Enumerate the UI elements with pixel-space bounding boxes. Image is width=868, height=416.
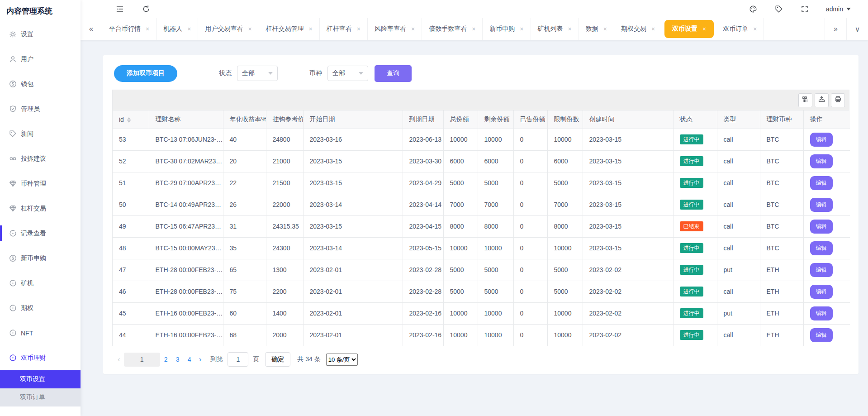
sidebar-item-label: 新闻 xyxy=(21,130,33,138)
sidebar-item-wallet[interactable]: 钱包 xyxy=(0,72,81,96)
tab-multiplier-lots[interactable]: 倍数手数查看× xyxy=(422,18,483,40)
close-icon[interactable]: × xyxy=(753,25,757,33)
tab-options-trade[interactable]: 期权交易× xyxy=(614,18,662,40)
caret-down-icon xyxy=(846,8,851,10)
edit-button[interactable]: 编辑 xyxy=(810,241,833,255)
tab-risk-rate[interactable]: 风险率查看× xyxy=(368,18,422,40)
cell-id: 53 xyxy=(113,129,149,150)
page-size-select[interactable]: 10 条/页 xyxy=(326,354,358,366)
cell-type: call xyxy=(717,129,760,150)
tab-new-coin[interactable]: 新币申购× xyxy=(483,18,531,40)
close-icon[interactable]: × xyxy=(603,25,607,33)
fullscreen-icon[interactable] xyxy=(800,5,809,14)
status-badge: 进行中 xyxy=(680,200,703,210)
page-3[interactable]: 3 xyxy=(172,353,184,367)
tab-platform-coin[interactable]: 平台币行情× xyxy=(102,18,157,40)
sidebar-item-miners[interactable]: 矿机 xyxy=(0,271,81,296)
sidebar-subitem-dual-orders[interactable]: 双币订单 xyxy=(0,388,81,406)
tabs-dropdown-icon[interactable]: ∨ xyxy=(846,18,868,40)
close-icon[interactable]: × xyxy=(248,25,251,33)
sidebar-item-options[interactable]: 期权 xyxy=(0,296,81,320)
menu-fold-icon[interactable] xyxy=(115,5,124,14)
tabs-scroll-right-icon[interactable]: » xyxy=(825,18,846,40)
next-page-icon[interactable]: › xyxy=(199,355,202,364)
sort-icon[interactable] xyxy=(127,117,131,123)
cell-remaining-shares: 10000 xyxy=(478,129,513,150)
close-icon[interactable]: × xyxy=(520,25,523,33)
export-button[interactable] xyxy=(815,93,829,107)
sidebar-item-coin-manage[interactable]: 币种管理 xyxy=(0,171,81,196)
close-icon[interactable]: × xyxy=(472,25,475,33)
cell-remaining-shares: 10000 xyxy=(478,302,513,324)
page-2[interactable]: 2 xyxy=(160,353,172,367)
confirm-button[interactable]: 确定 xyxy=(265,352,290,367)
sidebar-item-new-coin[interactable]: 新币申购 xyxy=(0,246,81,271)
sidebar-subitem-dual-settings[interactable]: 双币设置 xyxy=(0,370,81,388)
page-1-current[interactable]: 1 xyxy=(124,353,160,367)
content-area: 添加双币项目 状态 全部 币种 全部 查询 xyxy=(81,40,868,416)
sidebar-item-news[interactable]: 新闻 xyxy=(0,121,81,146)
edit-button[interactable]: 编辑 xyxy=(810,176,833,190)
tab-miner-list[interactable]: 矿机列表× xyxy=(531,18,579,40)
goto-page-input[interactable] xyxy=(228,352,248,367)
sidebar-item-leverage[interactable]: 杠杆交易 xyxy=(0,196,81,221)
query-button[interactable]: 查询 xyxy=(375,65,412,82)
coin-filter-select[interactable]: 全部 xyxy=(327,66,368,81)
prev-page-icon[interactable]: ‹ xyxy=(118,355,120,364)
print-button[interactable] xyxy=(831,93,845,107)
refresh-icon[interactable] xyxy=(142,5,151,14)
page-4[interactable]: 4 xyxy=(184,353,195,367)
edit-button[interactable]: 编辑 xyxy=(810,328,833,342)
close-icon[interactable]: × xyxy=(411,25,415,33)
sidebar-item-admins[interactable]: 管理员 xyxy=(0,96,81,121)
edit-button[interactable]: 编辑 xyxy=(810,306,833,320)
close-icon[interactable]: × xyxy=(651,25,655,33)
edit-button[interactable]: 编辑 xyxy=(810,198,833,212)
close-icon[interactable]: × xyxy=(357,25,360,33)
tag-icon[interactable] xyxy=(774,5,783,14)
close-icon[interactable]: × xyxy=(702,25,706,33)
column-header-id[interactable]: id xyxy=(113,110,149,129)
tab-leverage-view[interactable]: 杠杆查看× xyxy=(320,18,368,40)
tabs-collapse-icon[interactable]: « xyxy=(81,18,102,40)
edit-button[interactable]: 编辑 xyxy=(810,133,833,147)
cell-action: 编辑 xyxy=(803,302,850,324)
tab-dual-orders[interactable]: 双币订单× xyxy=(716,18,764,40)
user-menu[interactable]: admin xyxy=(826,5,851,13)
close-icon[interactable]: × xyxy=(187,25,191,33)
cell-annual-rate: 20 xyxy=(223,150,266,172)
close-icon[interactable]: × xyxy=(146,25,149,33)
add-dual-project-button[interactable]: 添加双币项目 xyxy=(114,65,177,82)
columns-setting-button[interactable] xyxy=(798,93,812,107)
close-icon[interactable]: × xyxy=(309,25,313,33)
cell-coin: ETH xyxy=(760,302,803,324)
status-filter-select[interactable]: 全部 xyxy=(237,66,278,81)
cell-name: BTC-13 07:06JUN23-2480... xyxy=(149,129,223,150)
cell-limit-shares: 5000 xyxy=(547,259,583,281)
sidebar-item-nft[interactable]: NFT xyxy=(0,320,81,345)
edit-button[interactable]: 编辑 xyxy=(810,263,833,277)
sidebar-item-feedback[interactable]: 投拆建议 xyxy=(0,146,81,171)
sidebar-item-users[interactable]: 用户 xyxy=(0,47,81,72)
cell-remaining-shares: 8000 xyxy=(478,215,513,237)
sidebar-item-settings[interactable]: 设置 xyxy=(0,22,81,47)
column-label: 剩余份额 xyxy=(484,115,510,123)
cell-created-at: 2023-02-02 xyxy=(583,324,673,346)
edit-button[interactable]: 编辑 xyxy=(810,285,833,299)
tab-data[interactable]: 数据× xyxy=(579,18,614,40)
sidebar-item-records[interactable]: 记录查看 xyxy=(0,221,81,246)
table-row: 49BTC-15 06:47APR23-2431...3124315.35202… xyxy=(113,215,850,237)
status-badge: 进行中 xyxy=(680,243,703,253)
cell-start-date: 2023-03-15 xyxy=(303,215,403,237)
tab-leverage-manage[interactable]: 杠杆交易管理× xyxy=(259,18,320,40)
edit-button[interactable]: 编辑 xyxy=(810,220,833,234)
theme-palette-icon[interactable] xyxy=(749,5,758,14)
sidebar-menu: 设置用户钱包管理员新闻投拆建议币种管理杠杆交易记录查看新币申购矿机期权NFT双币… xyxy=(0,22,81,406)
tab-dual-settings[interactable]: 双币设置× xyxy=(664,20,714,38)
sidebar-item-dual-finance[interactable]: 双币理财 xyxy=(0,345,81,370)
tab-user-trades[interactable]: 用户交易查看× xyxy=(198,18,259,40)
edit-button[interactable]: 编辑 xyxy=(810,154,833,168)
tab-robot[interactable]: 机器人× xyxy=(157,18,198,40)
cell-total-shares: 5000 xyxy=(443,172,478,194)
close-icon[interactable]: × xyxy=(568,25,572,33)
